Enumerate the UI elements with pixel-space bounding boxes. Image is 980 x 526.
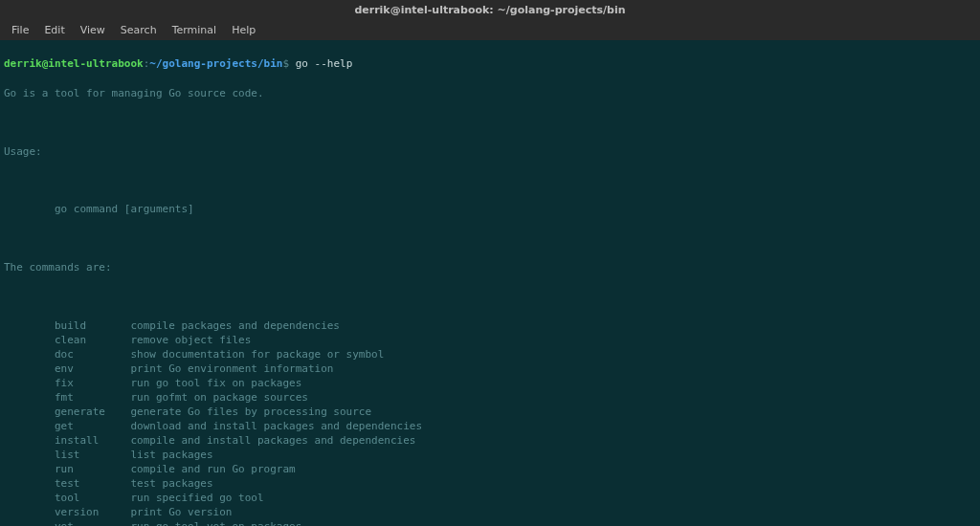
- command-row: clean remove object files: [4, 333, 976, 347]
- output-intro: Go is a tool for managing Go source code…: [4, 86, 976, 100]
- menu-file[interactable]: File: [4, 23, 36, 37]
- prompt-path: ~/golang-projects/bin: [149, 57, 282, 70]
- window-titlebar[interactable]: derrik@intel-ultrabook: ~/golang-project…: [0, 0, 980, 21]
- command-row: env print Go environment information: [4, 362, 976, 376]
- command-row: version print Go version: [4, 505, 976, 519]
- terminal-output[interactable]: derrik@intel-ultrabook:~/golang-projects…: [0, 40, 980, 526]
- command-row: fix run go tool fix on packages: [4, 376, 976, 390]
- output-commands-header: The commands are:: [4, 260, 976, 274]
- command-row: doc show documentation for package or sy…: [4, 347, 976, 362]
- menu-view[interactable]: View: [73, 23, 113, 37]
- command-row: build compile packages and dependencies: [4, 318, 976, 333]
- command-row: vet run go tool vet on packages: [4, 519, 976, 526]
- output-usage-line: go command [arguments]: [4, 202, 976, 216]
- menu-terminal[interactable]: Terminal: [165, 23, 225, 37]
- command-row: fmt run gofmt on package sources: [4, 390, 976, 405]
- output-usage-header: Usage:: [4, 144, 976, 159]
- menubar: File Edit View Search Terminal Help: [0, 21, 980, 40]
- command-row: test test packages: [4, 476, 976, 491]
- command-row: get download and install packages and de…: [4, 419, 976, 433]
- command-row: install compile and install packages and…: [4, 433, 976, 448]
- prompt-user: derrik@intel-ultrabook: [4, 57, 144, 70]
- menu-search[interactable]: Search: [113, 23, 165, 37]
- command-row: generate generate Go files by processing…: [4, 405, 976, 419]
- command-row: list list packages: [4, 448, 976, 462]
- menu-edit[interactable]: Edit: [36, 23, 72, 37]
- command-row: run compile and run Go program: [4, 462, 976, 476]
- entered-command: go --help: [289, 57, 352, 70]
- command-row: tool run specified go tool: [4, 491, 976, 505]
- menu-help[interactable]: Help: [224, 23, 263, 37]
